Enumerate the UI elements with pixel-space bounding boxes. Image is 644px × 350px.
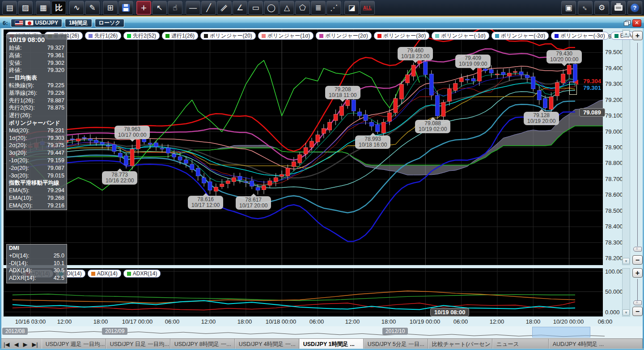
data-row: Mid(20):79.231 [7, 127, 67, 135]
settings-icon[interactable]: ⚙ [594, 1, 609, 15]
data-row: 指数平滑移動平均線 [7, 179, 67, 187]
data-row-value: 79.216 [47, 202, 64, 210]
zoom-in-button[interactable]: + [632, 31, 643, 40]
tab-nav-arrow[interactable]: |◀ [2, 341, 11, 348]
print-icon[interactable] [611, 1, 626, 15]
close-window-button[interactable]: ✕ [632, 19, 641, 27]
triangle-icon[interactable]: △ [280, 1, 294, 15]
legend-item-toggle[interactable]: 遅行1(26) [162, 32, 198, 40]
cursor-icon[interactable]: ↖ [152, 1, 167, 15]
data-row: EMA(20):79.216 [7, 202, 67, 210]
data-row-value: 79.087 [47, 164, 64, 172]
dmi-sub-panel[interactable]: ▲ +DI(14)-DI(14)ADX(14)ADXR(14) [4, 268, 603, 316]
chart-window-titlebar[interactable]: 6: USD/JPY 1時間足 ローソク ✕ [0, 17, 644, 28]
legend-item-toggle[interactable]: ボリンジャー(20) [200, 32, 256, 40]
angle-line-icon[interactable]: ∠ [233, 1, 247, 15]
new-chart-icon[interactable]: ▨ [18, 1, 33, 15]
hand-icon[interactable]: ☝ [168, 1, 182, 15]
legend-item-toggle[interactable]: ボリンジャー(1σ) [258, 32, 314, 40]
dmi-legend-item-label: ADXR(14) [133, 270, 157, 277]
tab-nav-arrow[interactable]: ◀ [12, 341, 20, 348]
legend-item-label: ボリンジャー(2σ) [325, 32, 368, 40]
compare-icon[interactable]: 比 [51, 1, 66, 15]
dmi-scroll-down-button[interactable]: ▼ [623, 309, 630, 316]
scroll-up-button[interactable]: ▲ [623, 30, 630, 37]
dmi-legend-item-toggle[interactable]: ADXR(14) [123, 270, 161, 278]
main-chart-scrollbar[interactable] [622, 30, 630, 265]
gann-fan-icon[interactable]: ⬠ [295, 1, 310, 15]
pencil-icon[interactable]: ✎ [85, 1, 100, 15]
data-row: 遅行(26): [7, 112, 67, 119]
data-row-value: 79.294 [47, 187, 64, 194]
zoom-slider-handle[interactable] [633, 247, 642, 252]
horizontal-line-icon[interactable]: — [186, 1, 200, 15]
restore-window-icon[interactable] [624, 20, 631, 26]
data-row-label: Mid(20): [9, 127, 30, 135]
crosshair-icon[interactable]: + [136, 1, 151, 15]
windows-icon[interactable]: ▣ [561, 1, 576, 15]
fibonacci-levels-icon[interactable]: ≣ [311, 1, 326, 15]
dmi-legend-item-swatch [127, 272, 131, 276]
legend-item-toggle[interactable]: 先行1(26) [85, 32, 121, 40]
candlestick-chart-canvas[interactable] [4, 30, 603, 265]
data-panel-rows: 始値:79.327高値:79.361安値:79.302終値:79.320一目均衡… [7, 44, 67, 210]
legend-item-toggle[interactable]: ボリンジャー(2σ) [316, 32, 371, 40]
overview-spark-line [4, 331, 605, 337]
data-row: 転換線(9):79.225 [7, 82, 67, 89]
legend-item-toggle[interactable]: ボリンジャー(-1σ) [432, 32, 489, 40]
save-icon[interactable] [119, 1, 133, 15]
dmi-zoom-slider-handle[interactable] [633, 300, 642, 305]
chart-type-button[interactable]: ローソク [95, 19, 125, 27]
legend-item-swatch [377, 34, 381, 38]
dmi-legend-item-toggle[interactable]: ADX(14) [88, 270, 121, 278]
draw-mode-icon[interactable]: ∿ [69, 1, 84, 15]
calendar-icon[interactable]: ▦ [36, 1, 51, 15]
legend-item-label: ボリンジャー(-3σ) [560, 32, 605, 40]
legend-item-toggle[interactable]: 先行2(52) [123, 32, 160, 40]
scroll-down-button[interactable]: ▼ [623, 258, 630, 264]
legend-item-toggle[interactable]: ボリンジャー(-2σ) [491, 32, 549, 40]
legend-item-toggle[interactable]: ボリンジャー(-3σ) [551, 32, 608, 40]
data-row-label: 3σ(20): [9, 149, 27, 157]
legend-item-toggle[interactable]: ボリンジャー(3σ) [374, 32, 429, 40]
overview-scrollbar[interactable]: 2012/082012/092012/10 [0, 326, 644, 338]
data-row-value: 79.327 [47, 44, 64, 52]
eraser-all-icon[interactable]: ALL [360, 1, 375, 15]
trend-line-icon[interactable]: ╱ [201, 1, 216, 15]
data-row: EMA(10):79.268 [7, 194, 67, 202]
trend-line-glyph: ╱ [206, 4, 211, 12]
visible-range-handle[interactable] [532, 327, 590, 337]
legend-item-label: ボリンジャー(1σ) [267, 32, 310, 40]
bid-price-tag: 79.301 [577, 84, 601, 91]
help-icon[interactable]: ? [627, 1, 642, 15]
time-axis-label: 18:00 [381, 318, 396, 325]
triangle-glyph: △ [284, 4, 290, 12]
price-annotation: 78.77310/16 22:00 [102, 171, 137, 185]
currency-pair-button[interactable]: USD/JPY [11, 19, 62, 27]
eraser-icon[interactable]: ◪ [344, 1, 359, 15]
item-list-icon[interactable]: ▤ [2, 1, 17, 15]
data-row-value: 79.015 [47, 172, 64, 180]
price-annotation: 79.43010/20 00:00 [547, 50, 582, 63]
fullscreen-icon[interactable]: ⇔ [578, 1, 593, 15]
tab-nav-arrow[interactable]: ▶| [30, 341, 39, 348]
fibonacci-fan-icon[interactable]: ⋰ [326, 1, 341, 15]
chart-settings-icon[interactable]: ⊞ [103, 1, 118, 15]
tab-nav-arrow[interactable]: ▶ [21, 341, 29, 348]
zoom-out-button[interactable]: − [632, 255, 643, 265]
data-row-value: 79.303 [47, 135, 64, 142]
ellipse-icon[interactable]: ◯ [264, 1, 279, 15]
dmi-zoom-out-button[interactable]: − [632, 307, 643, 316]
main-chart-panel[interactable]: 転換線(9)基準線(26)先行1(26)先行2(52)遅行1(26)ボリンジャー… [4, 30, 603, 265]
period-button[interactable]: 1時間足 [65, 19, 92, 27]
data-row-value: 79.226 [47, 89, 64, 97]
data-row: ボリンジャーバンド [7, 119, 67, 127]
rectangle-icon[interactable]: ▭ [248, 1, 263, 15]
legend-item-swatch [555, 34, 559, 38]
data-row: -2σ(20):79.087 [7, 164, 67, 172]
price-annotation: 79.46010/18 23:00 [398, 47, 433, 60]
parallel-lines-icon[interactable]: ∥ [217, 1, 232, 15]
data-row-label: 転換線(9): [9, 82, 34, 89]
dmi-zoom-in-button[interactable]: + [632, 268, 643, 278]
toolbar-group: ∿✎ [68, 1, 102, 15]
